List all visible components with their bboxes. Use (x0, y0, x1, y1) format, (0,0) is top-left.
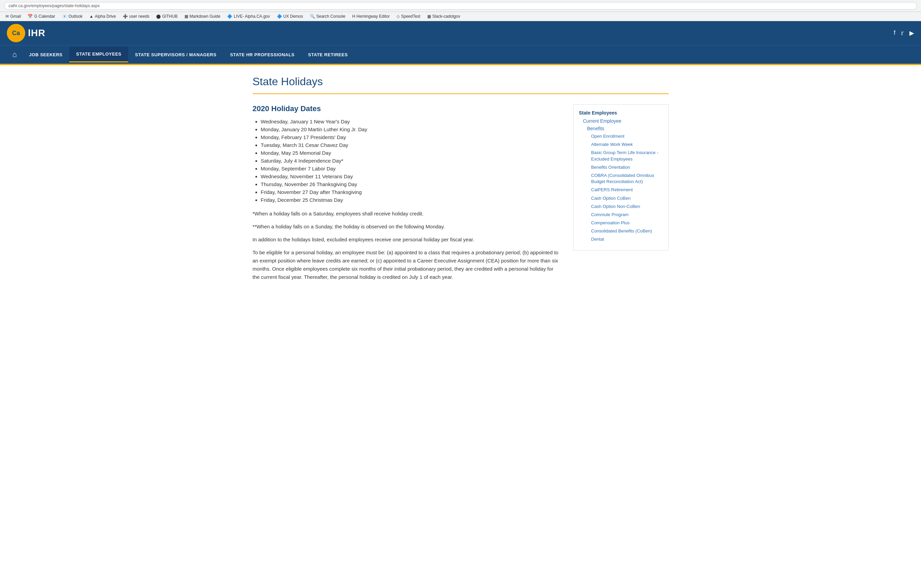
logo-circle: Ca (7, 24, 25, 42)
bookmark-github[interactable]: ⬤GITHUB (153, 13, 180, 19)
note-text: To be eligible for a personal holiday, a… (253, 249, 560, 281)
site-header: Ca lHR f 𝕣 ▶ (0, 21, 921, 45)
holiday-item: Friday, November 27 Day after Thanksgivi… (261, 189, 560, 195)
bookmark-g-calendar[interactable]: 📅G Calendar (25, 13, 58, 19)
browser-bar: calhr.ca.gov/employees/pages/state-holid… (0, 0, 921, 12)
bookmark-hemingway-editor[interactable]: HHemingway Editor (350, 13, 392, 19)
sidebar-item[interactable]: Alternate Work Week (591, 141, 663, 148)
nav-retirees[interactable]: STATE RETIREES (301, 47, 355, 62)
sidebar-item[interactable]: Basic Group Term Life Insurance - Exclud… (591, 149, 663, 162)
site-logo[interactable]: Ca lHR (7, 24, 46, 42)
youtube-icon[interactable]: ▶ (910, 29, 914, 37)
holiday-list: Wednesday, January 1 New Year's DayMonda… (253, 119, 560, 203)
sidebar-item[interactable]: Compensation Plus (591, 220, 663, 226)
logo-text: lHR (28, 28, 46, 39)
holiday-item: Wednesday, November 11 Veterans Day (261, 174, 560, 179)
main-content: 2020 Holiday Dates Wednesday, January 1 … (253, 104, 560, 286)
social-icons: f 𝕣 ▶ (894, 29, 914, 37)
sidebar: State Employees Current Employee Benefit… (573, 104, 669, 250)
holiday-item: Wednesday, January 1 New Year's Day (261, 119, 560, 124)
url-bar[interactable]: calhr.ca.gov/employees/pages/state-holid… (4, 2, 917, 10)
title-underline (253, 93, 669, 94)
sidebar-item[interactable]: Commute Program (591, 212, 663, 218)
holiday-item: Thursday, November 26 Thanksgiving Day (261, 181, 560, 187)
sidebar-item[interactable]: CalPERS Retirement (591, 187, 663, 193)
bookmark-speedtest[interactable]: ◇SpeedTest (394, 13, 423, 19)
holiday-item: Monday, February 17 Presidents' Day (261, 134, 560, 140)
sidebar-item[interactable]: Dental (591, 236, 663, 242)
sidebar-benefits[interactable]: Benefits (587, 126, 663, 131)
sidebar-item[interactable]: Consolidated Benefits (CoBen) (591, 228, 663, 234)
nav-state-employees[interactable]: STATE EMPLOYEES (69, 47, 128, 62)
sidebar-item[interactable]: Benefits Orientation (591, 164, 663, 171)
note-text: **When a holiday falls on a Sunday, the … (253, 223, 560, 231)
notes-container: *When a holiday falls on a Saturday, emp… (253, 210, 560, 281)
home-nav-button[interactable]: ⌂ (7, 45, 22, 64)
bookmark-markdown-guide[interactable]: ▦Markdown Guide (182, 13, 223, 19)
section-title: 2020 Holiday Dates (253, 104, 560, 113)
sidebar-state-employees[interactable]: State Employees (579, 110, 663, 115)
nav-supervisors[interactable]: STATE SUPERVISORS / MANAGERS (128, 47, 223, 62)
page-container: State Holidays 2020 Holiday Dates Wednes… (239, 65, 682, 296)
sidebar-item[interactable]: Open Enrollment (591, 133, 663, 140)
holiday-item: Monday, September 7 Labor Day (261, 166, 560, 171)
bookmark-live--alpha.ca.gov[interactable]: 🔷LIVE- Alpha.CA.gov (225, 13, 272, 19)
note-text: In addition to the holidays listed, excl… (253, 236, 560, 244)
sidebar-items: Open EnrollmentAlternate Work WeekBasic … (579, 133, 663, 243)
sidebar-item[interactable]: Cash Option CoBen (591, 195, 663, 201)
nav-job-seekers[interactable]: JOB SEEKERS (22, 47, 69, 62)
main-nav: ⌂ JOB SEEKERS STATE EMPLOYEES STATE SUPE… (0, 45, 921, 64)
facebook-icon[interactable]: f (894, 29, 895, 37)
note-text: *When a holiday falls on a Saturday, emp… (253, 210, 560, 218)
bookmark-ux-demos[interactable]: 🔷UX Demos (274, 13, 306, 19)
sidebar-current-employee[interactable]: Current Employee (583, 118, 663, 124)
holiday-item: Monday, January 20 Martin Luther King Jr… (261, 127, 560, 132)
holiday-item: Monday, May 25 Memorial Day (261, 150, 560, 156)
bookmark-slack-cadotgov[interactable]: ▦Slack-cadotgov (425, 13, 463, 19)
sidebar-item[interactable]: COBRA (Consolidated Omnibus Budget Recon… (591, 172, 663, 185)
holiday-item: Friday, December 25 Christmas Day (261, 197, 560, 203)
bookmark-user-needs[interactable]: ➕user needs (120, 13, 152, 19)
holiday-item: Tuesday, March 31 Cesar Chavez Day (261, 142, 560, 148)
bookmarks-bar: ✉Gmail📅G Calendar📧Outlook▲Alpha Drive➕us… (0, 12, 921, 21)
bookmark-alpha-drive[interactable]: ▲Alpha Drive (86, 13, 119, 19)
nav-hr-professionals[interactable]: STATE HR PROFESSIONALS (223, 47, 301, 62)
bookmark-search-console[interactable]: 🔍Search Console (307, 13, 348, 19)
bookmark-gmail[interactable]: ✉Gmail (3, 13, 24, 19)
twitter-icon[interactable]: 𝕣 (901, 29, 904, 37)
content-layout: 2020 Holiday Dates Wednesday, January 1 … (253, 104, 669, 286)
holiday-item: Saturday, July 4 Independence Day* (261, 158, 560, 164)
page-title: State Holidays (253, 75, 669, 88)
sidebar-item[interactable]: Cash Option Non-CoBen (591, 203, 663, 210)
bookmark-outlook[interactable]: 📧Outlook (59, 13, 85, 19)
